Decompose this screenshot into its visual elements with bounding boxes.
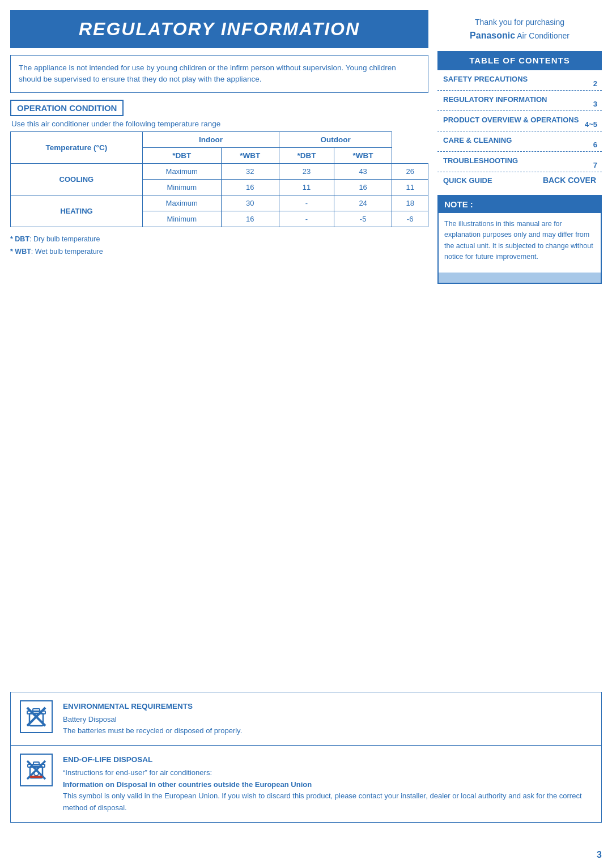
toc-title: TABLE OF CONTENTS — [469, 56, 570, 65]
toc-item-care: CARE & CLEANING 6 — [437, 131, 602, 152]
heating-max-wbt-in: - — [279, 195, 334, 211]
toc-troubleshooting-title: TROUBLESHOOTING — [443, 156, 596, 165]
cooling-max-wbt-out: 26 — [392, 163, 428, 179]
brand-name: Panasonic — [470, 31, 515, 40]
toc-care-title: CARE & CLEANING — [443, 136, 596, 144]
toc-safety-page: 2 — [593, 79, 597, 88]
table-subheader-wbt-out: *WBT — [334, 147, 392, 163]
toc-regulatory-title: REGULATORY INFORMATION — [443, 95, 596, 104]
heating-max-dbt-out: 24 — [334, 195, 392, 211]
note-title: NOTE : — [444, 199, 473, 209]
warning-text: The appliance is not intended for use by… — [19, 63, 396, 83]
heating-label: HEATING — [11, 195, 143, 227]
toc-product-page: 4~5 — [585, 120, 597, 129]
cooling-label-min: Minimum — [142, 179, 221, 195]
note-bottom-bar — [439, 273, 601, 283]
heating-label-max: Maximum — [142, 195, 221, 211]
disposal-icon — [20, 754, 53, 786]
svg-rect-11 — [30, 776, 42, 778]
environmental-text: ENVIRONMENTAL REQUIREMENTS Battery Dispo… — [63, 700, 592, 737]
cooling-min-dbt-out: 16 — [334, 179, 392, 195]
environmental-line1: Battery Disposal — [63, 714, 592, 726]
svg-rect-9 — [33, 762, 39, 765]
cooling-max-wbt-in: 23 — [279, 163, 334, 179]
toc-regulatory-page: 3 — [593, 100, 597, 108]
footnote-wbt: * WBT: Wet bulb temperature — [10, 245, 428, 258]
quick-guide-label: QUICK GUIDE — [443, 176, 492, 185]
toc-item-product: PRODUCT OVERVIEW & OPERATIONS 4~5 — [437, 111, 602, 131]
temperature-table: Temperature (°C) Indoor Outdoor *DBT *WB… — [10, 131, 428, 227]
note-section: NOTE : The illustrations in this manual … — [437, 195, 602, 284]
toc-safety-title: SAFETY PRECAUTIONS — [443, 75, 596, 83]
toc-care-page: 6 — [593, 141, 597, 149]
thank-you-text: Thank you for purchasing — [443, 16, 596, 28]
table-header-outdoor: Outdoor — [279, 131, 392, 147]
heating-max-dbt-in: 30 — [221, 195, 279, 211]
heating-label-min: Minimum — [142, 211, 221, 227]
toc-troubleshooting-page: 7 — [593, 161, 597, 169]
cooling-min-wbt-in: 11 — [279, 179, 334, 195]
svg-rect-4 — [33, 709, 40, 712]
brand-product: Panasonic Air Conditioner — [443, 28, 596, 43]
table-subheader-dbt-in: *DBT — [142, 147, 221, 163]
footnote-dbt: * DBT: Dry bulb temperature — [10, 233, 428, 246]
cooling-min-wbt-out: 11 — [392, 179, 428, 195]
toc-item-troubleshooting: TROUBLESHOOTING 7 — [437, 152, 602, 172]
operation-title-banner: OPERATION CONDITION — [10, 100, 124, 116]
main-title-banner: REGULATORY INFORMATION — [10, 10, 428, 48]
table-row: HEATING Maximum 30 - 24 18 — [11, 195, 428, 211]
note-content: The illustrations in this manual are for… — [439, 213, 601, 269]
heating-min-dbt-in: 16 — [221, 211, 279, 227]
svg-point-10 — [34, 771, 39, 776]
heating-min-wbt-in: - — [279, 211, 334, 227]
main-title-text: REGULATORY INFORMATION — [79, 19, 360, 40]
table-header-temp: Temperature (°C) — [11, 131, 143, 163]
table-subheader-dbt-out: *DBT — [279, 147, 334, 163]
disposal-text: END-OF-LIFE DISPOSAL “Instructions for e… — [63, 754, 592, 814]
environmental-line2: The batteries must be recycled or dispos… — [63, 725, 592, 737]
back-cover-label: BACK COVER — [543, 176, 596, 185]
toc-item-quickguide: QUICK GUIDE BACK COVER — [437, 172, 602, 187]
table-row: COOLING Maximum 32 23 43 26 — [11, 163, 428, 179]
note-text: The illustrations in this manual are for… — [444, 220, 593, 261]
warning-box: The appliance is not intended for use by… — [10, 55, 428, 93]
disposal-line2-bold: Information on Disposal in other countri… — [63, 779, 592, 791]
environmental-title: ENVIRONMENTAL REQUIREMENTS — [63, 700, 592, 713]
note-banner: NOTE : — [439, 196, 601, 213]
cooling-max-dbt-out: 43 — [334, 163, 392, 179]
table-header-indoor: Indoor — [142, 131, 279, 147]
product-name: Air Conditioner — [517, 31, 570, 40]
operation-subtitle: Use this air conditioner under the follo… — [11, 120, 428, 128]
disposal-box: END-OF-LIFE DISPOSAL “Instructions for e… — [10, 746, 602, 823]
toc-list: SAFETY PRECAUTIONS 2 REGULATORY INFORMAT… — [437, 70, 602, 187]
cooling-min-dbt-in: 16 — [221, 179, 279, 195]
operation-title: OPERATION CONDITION — [17, 103, 117, 113]
toc-banner: TABLE OF CONTENTS — [437, 51, 602, 70]
heating-min-dbt-out: -5 — [334, 211, 392, 227]
thank-you-section: Thank you for purchasing Panasonic Air C… — [437, 10, 602, 51]
page-number: 3 — [597, 850, 602, 860]
operation-section: OPERATION CONDITION Use this air conditi… — [10, 100, 428, 258]
toc-item-regulatory: REGULATORY INFORMATION 3 — [437, 91, 602, 111]
disposal-line2-text: This symbol is only valid in the Europea… — [63, 790, 592, 814]
footnotes: * DBT: Dry bulb temperature * WBT: Wet b… — [10, 233, 428, 258]
environmental-box: ENVIRONMENTAL REQUIREMENTS Battery Dispo… — [10, 692, 602, 746]
toc-product-title: PRODUCT OVERVIEW & OPERATIONS — [443, 116, 596, 124]
disposal-line1: “Instructions for end-user” for air cond… — [63, 767, 592, 779]
table-subheader-wbt-in: *WBT — [221, 147, 279, 163]
disposal-title: END-OF-LIFE DISPOSAL — [63, 754, 592, 766]
bottom-section: ENVIRONMENTAL REQUIREMENTS Battery Dispo… — [10, 692, 602, 823]
cooling-label-max: Maximum — [142, 163, 221, 179]
cooling-label: COOLING — [11, 163, 143, 195]
heating-max-wbt-out: 18 — [392, 195, 428, 211]
cooling-max-dbt-in: 32 — [221, 163, 279, 179]
environmental-icon — [20, 700, 53, 733]
crossed-trash-icon — [25, 759, 48, 781]
disposal-bold-text: Information on Disposal in other countri… — [63, 780, 312, 789]
toc-item-safety: SAFETY PRECAUTIONS 2 — [437, 70, 602, 91]
crossed-bin-icon — [25, 705, 48, 728]
heating-min-wbt-out: -6 — [392, 211, 428, 227]
